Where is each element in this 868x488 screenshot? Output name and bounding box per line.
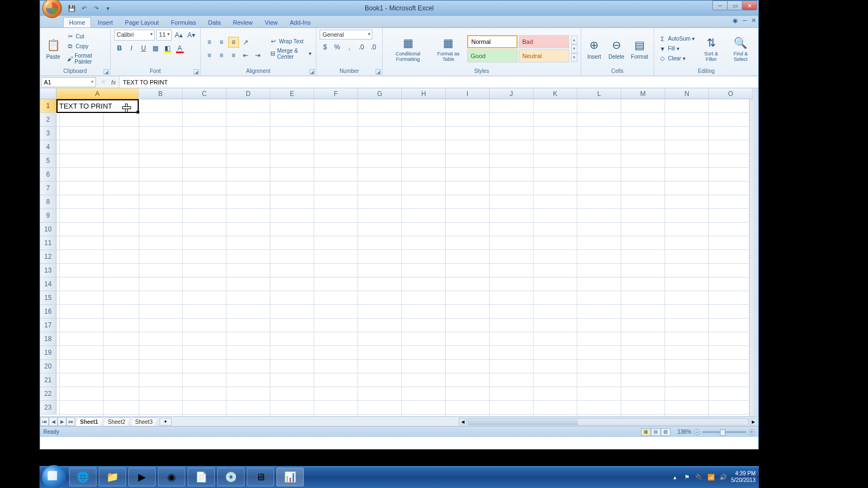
tab-page-layout[interactable]: Page Layout <box>120 18 164 27</box>
hscroll-right[interactable]: ▶ <box>750 418 757 425</box>
qat-customize-icon[interactable]: ▾ <box>104 4 112 13</box>
row-header-9[interactable]: 9 <box>40 209 56 223</box>
format-cells-button[interactable]: ▤Format <box>629 36 651 61</box>
maximize-button[interactable]: ▭ <box>727 1 742 10</box>
comma-icon[interactable]: , <box>344 42 355 53</box>
row-header-4[interactable]: 4 <box>40 140 56 154</box>
number-format-select[interactable]: General <box>320 30 372 39</box>
font-name-select[interactable]: Calibri <box>114 30 155 41</box>
row-header-7[interactable]: 7 <box>40 181 56 195</box>
percent-icon[interactable]: % <box>332 42 343 53</box>
name-box[interactable]: A1 <box>41 77 96 87</box>
sheet-tab-2[interactable]: Sheet2 <box>103 417 131 426</box>
zoom-out-button[interactable]: − <box>694 429 700 435</box>
sheet-nav-next[interactable]: ▶ <box>58 417 66 426</box>
style-bad[interactable]: Bad <box>519 35 569 48</box>
row-header-21[interactable]: 21 <box>40 373 56 387</box>
tab-add-ins[interactable]: Add-Ins <box>284 18 316 27</box>
tab-data[interactable]: Data <box>202 18 226 27</box>
column-header-d[interactable]: D <box>226 88 270 99</box>
doc-close-icon[interactable]: ✕ <box>751 17 756 24</box>
paste-button[interactable]: 📋 Paste <box>43 36 63 61</box>
row-header-18[interactable]: 18 <box>40 332 56 346</box>
row-header-12[interactable]: 12 <box>40 250 56 264</box>
alignment-launcher[interactable]: ◢ <box>309 69 315 75</box>
view-normal-icon[interactable]: ▦ <box>641 428 651 436</box>
fill-button[interactable]: ▼Fill ▾ <box>657 44 696 53</box>
view-page-break-icon[interactable]: ▧ <box>661 428 671 436</box>
italic-button[interactable]: I <box>126 43 137 54</box>
minimize-button[interactable]: ─ <box>712 1 728 10</box>
view-page-layout-icon[interactable]: ▤ <box>651 428 661 436</box>
tab-view[interactable]: View <box>259 18 283 27</box>
tab-review[interactable]: Review <box>228 18 258 27</box>
tray-hidden-icon[interactable]: ▴ <box>671 473 679 481</box>
row-header-13[interactable]: 13 <box>40 264 56 277</box>
align-right-icon[interactable]: ≡ <box>228 50 239 61</box>
close-button[interactable]: ✕ <box>742 1 757 10</box>
ribbon-minimize-icon[interactable]: ─ <box>742 17 747 24</box>
save-icon[interactable]: 💾 <box>67 4 76 13</box>
row-header-14[interactable]: 14 <box>40 277 56 291</box>
row-header-5[interactable]: 5 <box>40 154 56 168</box>
tab-home[interactable]: Home <box>63 17 91 27</box>
cell-a1[interactable]: TEXT TO PRINT <box>56 99 139 113</box>
fill-color-button[interactable]: ◧ <box>162 43 173 54</box>
column-header-c[interactable]: C <box>183 88 226 99</box>
sort-filter-button[interactable]: ⇅Sort & Filter <box>698 34 724 64</box>
redo-icon[interactable]: ↷ <box>92 4 100 13</box>
decrease-decimal-icon[interactable]: .0 <box>368 42 379 53</box>
column-header-g[interactable]: G <box>358 88 402 99</box>
bold-button[interactable]: B <box>114 43 125 54</box>
styles-down-icon[interactable]: ▾ <box>571 44 577 53</box>
row-header-20[interactable]: 20 <box>40 360 56 373</box>
format-painter-button[interactable]: 🖌Format Painter <box>65 52 107 65</box>
tray-power-icon[interactable]: 🔌 <box>695 473 703 481</box>
align-top-icon[interactable]: ≡ <box>204 37 215 48</box>
taskbar-excel-icon[interactable]: 📊 <box>276 468 304 486</box>
delete-cells-button[interactable]: ⊖Delete <box>606 36 627 61</box>
font-color-button[interactable]: A <box>174 43 185 54</box>
row-header-11[interactable]: 11 <box>40 236 56 250</box>
styles-up-icon[interactable]: ▴ <box>571 36 577 44</box>
taskbar-app-icon[interactable]: 💿 <box>217 468 245 486</box>
cancel-formula-icon[interactable]: ✕ <box>97 78 108 86</box>
row-header-8[interactable]: 8 <box>40 195 56 209</box>
zoom-in-button[interactable]: + <box>748 429 755 435</box>
row-header-10[interactable]: 10 <box>40 223 56 236</box>
column-header-k[interactable]: K <box>534 88 577 99</box>
taskbar-ie-icon[interactable]: 🌐 <box>69 468 97 486</box>
taskbar-chrome-icon[interactable]: ◉ <box>158 468 185 486</box>
select-all-corner[interactable] <box>40 88 56 99</box>
clear-button[interactable]: ◇Clear ▾ <box>657 54 696 63</box>
borders-button[interactable]: ▦ <box>150 43 161 54</box>
formula-input[interactable]: TEXT TO PRINT <box>119 76 758 88</box>
help-icon[interactable]: ◉ <box>733 17 738 24</box>
taskbar-notepad-icon[interactable]: 📄 <box>188 468 215 486</box>
font-size-select[interactable]: 11 <box>156 30 172 41</box>
taskbar-media-icon[interactable]: ▶ <box>128 468 156 486</box>
align-bottom-icon[interactable]: ≡ <box>228 37 239 48</box>
align-left-icon[interactable]: ≡ <box>204 50 215 61</box>
increase-indent-icon[interactable]: ⇥ <box>252 50 263 61</box>
taskbar-explorer-icon[interactable]: 📁 <box>99 468 126 486</box>
row-header-6[interactable]: 6 <box>40 168 56 181</box>
start-button[interactable] <box>42 465 66 488</box>
sheet-nav-first[interactable]: ⏮ <box>40 417 49 426</box>
horizontal-scrollbar[interactable] <box>468 418 748 425</box>
hscroll-left[interactable]: ◀ <box>459 418 467 425</box>
column-header-b[interactable]: B <box>139 88 183 99</box>
find-select-button[interactable]: 🔍Find & Select <box>727 34 755 64</box>
row-header-1[interactable]: 1 <box>40 99 56 113</box>
column-header-j[interactable]: J <box>490 88 534 99</box>
tray-flag-icon[interactable]: ⚑ <box>683 473 691 481</box>
column-header-m[interactable]: M <box>621 88 665 99</box>
row-header-2[interactable]: 2 <box>40 113 56 127</box>
format-as-table-button[interactable]: ▦ Format as Table <box>432 34 464 64</box>
row-header-17[interactable]: 17 <box>40 319 56 332</box>
sheet-tab-3[interactable]: Sheet3 <box>131 417 158 426</box>
tray-volume-icon[interactable]: 🔊 <box>719 473 727 481</box>
merge-center-button[interactable]: ⊟Merge & Center ▾ <box>269 47 313 60</box>
new-sheet-button[interactable]: ✦ <box>160 418 172 425</box>
decrease-indent-icon[interactable]: ⇤ <box>240 50 251 61</box>
